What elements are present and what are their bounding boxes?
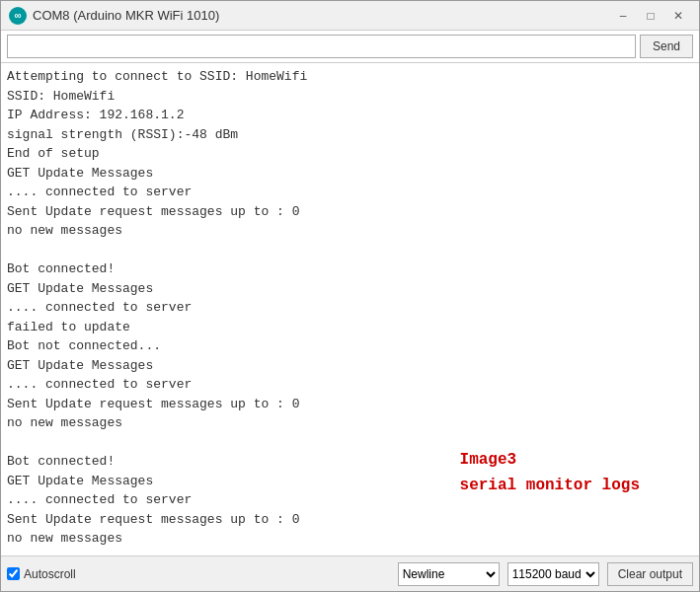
- toolbar: Send: [1, 31, 699, 63]
- autoscroll-label[interactable]: Autoscroll: [7, 567, 76, 581]
- arduino-logo: ∞: [9, 7, 27, 25]
- status-bar: Autoscroll No line ending Newline Carria…: [1, 555, 699, 591]
- newline-select[interactable]: No line ending Newline Carriage return B…: [398, 562, 500, 586]
- title-bar-left: ∞ COM8 (Arduino MKR WiFi 1010): [9, 7, 219, 25]
- window-title: COM8 (Arduino MKR WiFi 1010): [33, 8, 219, 23]
- maximize-button[interactable]: □: [638, 6, 663, 26]
- title-bar-buttons: – □ ✕: [610, 6, 691, 26]
- autoscroll-checkbox[interactable]: [7, 567, 20, 580]
- image-annotation: Image3 serial monitor logs: [460, 448, 640, 498]
- main-window: ∞ COM8 (Arduino MKR WiFi 1010) – □ ✕ Sen…: [0, 0, 700, 592]
- message-input[interactable]: [7, 35, 636, 58]
- serial-monitor-output[interactable]: Attempting to connect to SSID: HomeWifi …: [1, 63, 699, 555]
- send-button[interactable]: Send: [640, 35, 693, 58]
- minimize-button[interactable]: –: [610, 6, 636, 26]
- close-button[interactable]: ✕: [665, 6, 691, 26]
- baud-select[interactable]: 300 1200 2400 4800 9600 19200 38400 5760…: [507, 562, 599, 586]
- clear-output-button[interactable]: Clear output: [607, 562, 693, 586]
- title-bar: ∞ COM8 (Arduino MKR WiFi 1010) – □ ✕: [1, 1, 699, 31]
